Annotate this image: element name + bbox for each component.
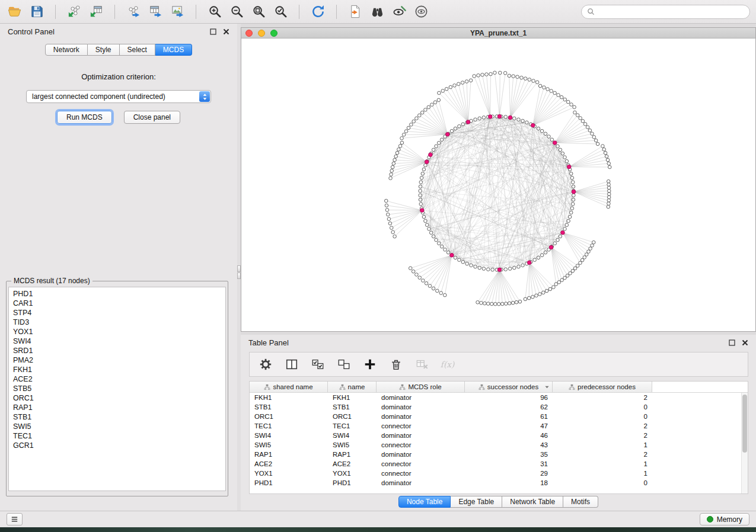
memory-button[interactable]: Memory [700,513,749,525]
application-window: Control Panel NetworkStyleSelectMCDS Opt… [0,0,756,532]
mcds-result-item[interactable]: STP4 [9,308,225,318]
cell-shared-name: PHD1 [250,478,328,488]
zoom-in-icon[interactable] [206,3,224,21]
control-tab-select[interactable]: Select [120,44,155,56]
close-panel-icon[interactable] [223,28,229,35]
refresh-layout-icon[interactable] [309,3,327,21]
control-tab-mcds[interactable]: MCDS [155,44,192,56]
mcds-result-item[interactable]: ORC1 [9,393,225,403]
table-panel-titlebar: Table Panel [241,335,756,350]
cell-predecessor-nodes: 1 [553,459,652,469]
mcds-result-item[interactable]: SRD1 [9,346,225,355]
mcds-result-list[interactable]: PHD1CAR1STP4TID3YOX1SWI4SRD1PMA2FKH1ACE2… [8,287,226,491]
table-row[interactable]: STB1STB1dominator620 [250,402,748,412]
mcds-result-item[interactable]: SWI5 [9,422,225,431]
mcds-result-item[interactable]: GCR1 [9,441,225,450]
network-window-titlebar[interactable]: YPA_prune.txt_1 [241,28,755,39]
find-icon[interactable] [368,3,386,21]
show-graphics-details-icon[interactable] [412,3,430,21]
mcds-result-item[interactable]: PMA2 [9,355,225,365]
run-mcds-button[interactable]: Run MCDS [57,111,112,124]
cell-shared-name: SWI4 [250,431,328,440]
memory-label: Memory [717,515,742,524]
table-row[interactable]: FKH1FKH1dominator962 [250,393,748,402]
open-session-icon[interactable] [6,3,24,21]
zoom-out-icon[interactable] [228,3,245,21]
cell-successor-nodes: 43 [465,440,553,450]
table-tab-node-table[interactable]: Node Table [398,496,451,508]
zoom-fit-icon[interactable] [250,3,267,21]
zoom-selected-icon[interactable] [272,3,289,21]
control-tab-network[interactable]: Network [45,44,88,56]
table-row[interactable]: TEC1TEC1connector472 [250,421,748,431]
control-panel: Control Panel NetworkStyleSelectMCDS Opt… [0,24,237,511]
new-network-from-selection-icon[interactable] [346,3,364,21]
mcds-result-item[interactable]: YOX1 [9,327,225,336]
float-table-panel-icon[interactable] [729,339,735,346]
column-header-mcds-role[interactable]: MCDS role [377,382,465,392]
network-window: YPA_prune.txt_1 [241,27,756,332]
close-mcds-panel-button[interactable]: Close panel [124,111,180,124]
select-all-rows-icon[interactable] [309,355,327,373]
optimization-criterion-select[interactable]: largest connected component (undirected) [26,90,211,103]
scrollbar-thumb[interactable] [742,395,747,453]
hide-selected-icon[interactable] [390,3,408,21]
add-column-icon[interactable] [361,355,379,373]
table-scrollbar[interactable] [741,393,748,493]
header-filler [652,382,748,392]
mcds-result-item[interactable]: SWI4 [9,336,225,346]
window-minimize-button[interactable] [258,30,265,37]
delete-column-icon[interactable] [387,355,405,373]
deselect-all-rows-icon[interactable] [335,355,353,373]
table-tab-network-table[interactable]: Network Table [502,496,563,508]
mcds-result-item[interactable]: STB1 [9,412,225,422]
export-network-icon[interactable] [125,3,142,21]
column-header-successor-nodes[interactable]: successor nodes [465,382,553,392]
column-header-predecessor-nodes[interactable]: predecessor nodes [553,382,652,392]
save-session-icon[interactable] [28,3,46,21]
float-panel-icon[interactable] [210,28,216,35]
list-menu-icon [10,515,19,524]
memory-status-dot [707,516,713,523]
window-close-button[interactable] [245,30,253,37]
cell-mcds-role: dominator [377,393,465,402]
column-header-name[interactable]: name [328,382,377,392]
table-row[interactable]: ACE2ACE2connector311 [250,459,748,469]
table-row[interactable]: SWI4SWI4dominator462 [250,431,748,440]
mcds-result-item[interactable]: RAP1 [9,403,225,412]
toolbar-separator [196,5,196,19]
toolbar-separator [299,5,299,19]
show-columns-icon[interactable] [283,355,301,373]
import-table-icon[interactable] [87,3,105,21]
table-row[interactable]: SWI5SWI5connector431 [250,440,748,450]
import-network-icon[interactable] [65,3,83,21]
mcds-result-item[interactable]: FKH1 [9,365,225,374]
window-zoom-button[interactable] [270,30,277,37]
mcds-result-item[interactable]: CAR1 [9,299,225,308]
select-stepper-icon [199,91,210,102]
table-tab-edge-table[interactable]: Edge Table [451,496,502,508]
column-header-shared-name[interactable]: shared name [250,382,328,392]
control-tab-style[interactable]: Style [88,44,120,56]
export-table-icon[interactable] [146,3,164,21]
search-box[interactable] [581,5,750,19]
close-table-panel-icon[interactable] [742,339,748,346]
mcds-result-item[interactable]: TID3 [9,318,225,327]
table-tab-motifs[interactable]: Motifs [563,496,598,508]
table-row[interactable]: ORC1ORC1dominator610 [250,412,748,421]
search-input[interactable] [598,8,744,16]
table-row[interactable]: YOX1YOX1connector291 [250,469,748,478]
export-image-icon[interactable] [168,3,186,21]
mcds-result-item[interactable]: STB5 [9,384,225,393]
cell-predecessor-nodes: 1 [553,469,652,478]
mcds-result-item[interactable]: ACE2 [9,374,225,384]
toolbar-separator [336,5,337,19]
mcds-result-item[interactable]: PHD1 [9,289,225,299]
table-settings-icon[interactable] [257,355,275,373]
panel-menu-button[interactable] [7,513,23,525]
cell-predecessor-nodes: 2 [553,450,652,459]
network-canvas[interactable] [241,39,755,331]
table-row[interactable]: RAP1RAP1dominator352 [250,450,748,459]
table-row[interactable]: PHD1PHD1dominator180 [250,478,748,488]
mcds-result-item[interactable]: TEC1 [9,431,225,441]
